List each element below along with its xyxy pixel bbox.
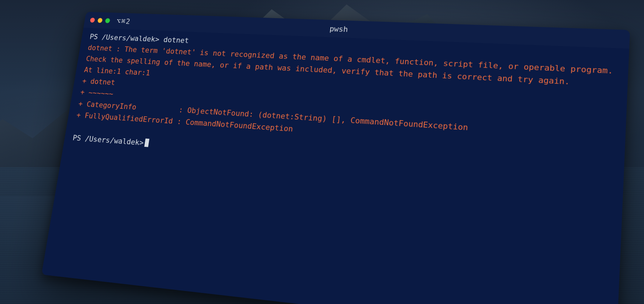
error-output: At line:1 char:1 <box>84 66 150 77</box>
cursor-icon <box>144 139 149 147</box>
entered-command: dotnet <box>163 36 189 45</box>
tab-shortcut-label: ⌥⌘2 <box>116 17 131 26</box>
prompt-text: PS /Users/waldek> <box>72 134 144 147</box>
zoom-icon[interactable] <box>105 18 110 23</box>
error-output: + dotnet <box>82 77 116 87</box>
minimize-icon[interactable] <box>97 18 102 23</box>
terminal-body[interactable]: PS /Users/waldek> dotnet dotnet : The te… <box>62 28 629 195</box>
window-traffic-lights <box>90 18 110 23</box>
perspective-stage: ⌥⌘2 pwsh PS /Users/waldek> dotnet dotnet… <box>0 0 644 304</box>
prompt: PS /Users/waldek> dotnet <box>89 33 189 45</box>
prompt-text: PS /Users/waldek> <box>89 33 160 44</box>
close-icon[interactable] <box>90 18 95 23</box>
error-output: + ~~~~~~ <box>80 88 114 98</box>
prompt: PS /Users/waldek> <box>72 134 144 147</box>
terminal-window[interactable]: ⌥⌘2 pwsh PS /Users/waldek> dotnet dotnet… <box>41 12 630 304</box>
